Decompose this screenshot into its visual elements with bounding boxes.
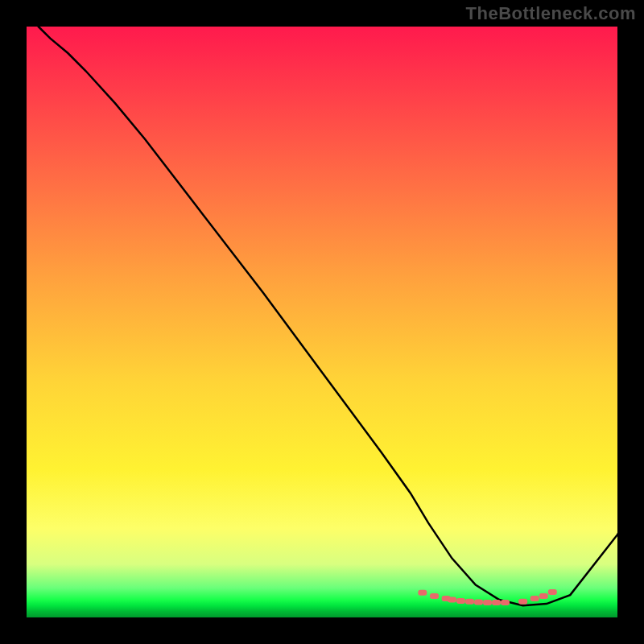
bottom-marker (448, 597, 456, 603)
bottom-marker (492, 600, 501, 605)
bottom-marker (483, 600, 492, 605)
watermark-text: TheBottleneck.com (466, 3, 636, 24)
chart-frame: TheBottleneck.com (0, 0, 644, 644)
bottom-marker (530, 596, 539, 601)
bottom-marker (539, 593, 548, 599)
bottom-marker (518, 599, 527, 605)
chart-svg (27, 27, 617, 617)
bottom-marker (465, 599, 474, 605)
bottom-marker (430, 593, 439, 599)
bottom-marker (456, 598, 465, 604)
bottom-marker (501, 600, 510, 605)
bottom-marker (474, 599, 483, 605)
bottom-marker (418, 590, 427, 596)
main-curve (39, 27, 635, 605)
bottom-marker (548, 589, 557, 595)
plot-area (27, 27, 617, 617)
